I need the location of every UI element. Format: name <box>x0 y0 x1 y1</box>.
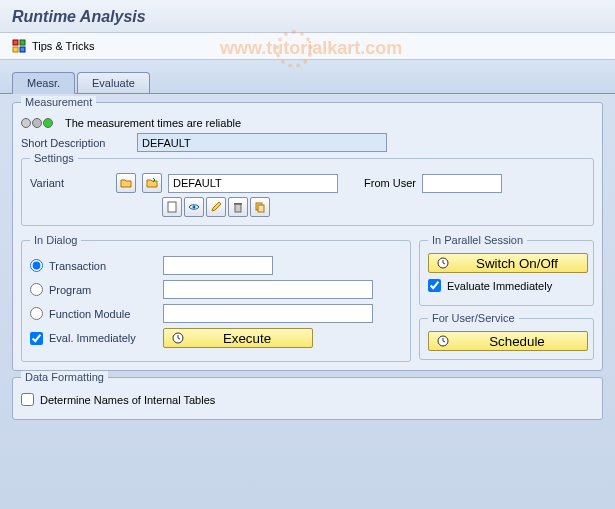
svg-rect-3 <box>20 47 25 52</box>
clock-icon <box>437 335 449 347</box>
execute-button[interactable]: Execute <box>163 328 313 348</box>
status-text: The measurement times are reliable <box>65 117 241 129</box>
formatting-title: Data Formatting <box>21 371 108 383</box>
change-icon[interactable] <box>206 197 226 217</box>
svg-rect-1 <box>20 40 25 45</box>
copy-icon[interactable] <box>250 197 270 217</box>
toolbar: Tips & Tricks <box>0 33 615 60</box>
group-formatting: Data Formatting Determine Names of Inter… <box>12 377 603 420</box>
transaction-radio[interactable] <box>30 259 43 272</box>
svg-rect-6 <box>235 204 241 212</box>
tab-measr[interactable]: Measr. <box>12 72 75 94</box>
clock-icon <box>172 332 184 344</box>
in-dialog-title: In Dialog <box>30 234 81 246</box>
eval-immediately-label: Eval. Immediately <box>49 332 157 344</box>
schedule-button[interactable]: Schedule <box>428 331 588 351</box>
program-radio[interactable] <box>30 283 43 296</box>
group-measurement: Measurement The measurement times are re… <box>12 102 603 371</box>
delete-icon[interactable] <box>228 197 248 217</box>
transaction-label: Transaction <box>49 260 157 272</box>
tabstrip: Measr. Evaluate <box>0 60 615 93</box>
svg-rect-7 <box>234 203 242 205</box>
tips-icon <box>12 39 28 53</box>
switch-label: Switch On/Off <box>455 256 579 271</box>
variant-input[interactable] <box>168 174 338 193</box>
subgroup-parallel: In Parallel Session Switch On/Off Evalua… <box>419 240 594 306</box>
execute-label: Execute <box>190 331 304 346</box>
page-title: Runtime Analysis <box>12 8 603 26</box>
from-user-input[interactable] <box>422 174 502 193</box>
tab-evaluate[interactable]: Evaluate <box>77 72 150 93</box>
tips-link[interactable]: Tips & Tricks <box>32 40 95 52</box>
fm-input[interactable] <box>163 304 373 323</box>
tab-content: Measurement The measurement times are re… <box>0 93 615 509</box>
switch-onoff-button[interactable]: Switch On/Off <box>428 253 588 273</box>
group-title-measurement: Measurement <box>21 96 96 108</box>
open-folder-icon[interactable] <box>116 173 136 193</box>
svg-rect-9 <box>258 205 264 212</box>
svg-rect-4 <box>168 202 176 212</box>
svg-point-5 <box>193 206 196 209</box>
save-variant-icon[interactable] <box>142 173 162 193</box>
variant-label: Variant <box>30 177 110 189</box>
from-user-label: From User <box>364 177 416 189</box>
eval-immediately-checkbox[interactable] <box>30 332 43 345</box>
fm-label: Function Module <box>49 308 157 320</box>
determine-names-checkbox[interactable] <box>21 393 34 406</box>
window-header: Runtime Analysis <box>0 0 615 33</box>
short-desc-label: Short Description <box>21 137 131 149</box>
program-input[interactable] <box>163 280 373 299</box>
svg-rect-2 <box>13 47 18 52</box>
short-desc-input[interactable] <box>137 133 387 152</box>
display-icon[interactable] <box>184 197 204 217</box>
transaction-input[interactable] <box>163 256 273 275</box>
subgroup-userservice: For User/Service Schedule <box>419 318 594 360</box>
parallel-eval-checkbox[interactable] <box>428 279 441 292</box>
traffic-light-icon <box>21 118 53 128</box>
parallel-eval-label: Evaluate Immediately <box>447 280 552 292</box>
settings-title: Settings <box>30 152 78 164</box>
parallel-title: In Parallel Session <box>428 234 527 246</box>
create-icon[interactable] <box>162 197 182 217</box>
clock-icon <box>437 257 449 269</box>
determine-names-label: Determine Names of Internal Tables <box>40 394 215 406</box>
subgroup-settings: Settings Variant From User <box>21 158 594 226</box>
userservice-title: For User/Service <box>428 312 519 324</box>
schedule-label: Schedule <box>455 334 579 349</box>
fm-radio[interactable] <box>30 307 43 320</box>
svg-rect-0 <box>13 40 18 45</box>
subgroup-in-dialog: In Dialog Transaction Program <box>21 240 411 362</box>
program-label: Program <box>49 284 157 296</box>
